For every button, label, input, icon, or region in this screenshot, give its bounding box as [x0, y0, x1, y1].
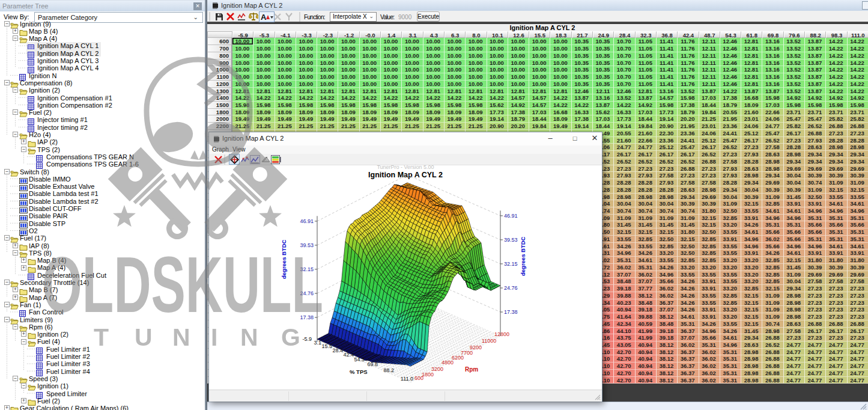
svg-text:15.5: 15.5 [321, 343, 332, 349]
svg-text:12800: 12800 [494, 331, 509, 337]
svg-text:32.15: 32.15 [300, 266, 314, 272]
svg-text:46.91: 46.91 [300, 218, 314, 224]
svg-text:69.8: 69.8 [367, 361, 378, 367]
svg-text:17.38: 17.38 [300, 314, 314, 320]
svg-text:% TPS: % TPS [350, 369, 368, 375]
svg-text:3200: 3200 [431, 366, 443, 372]
svg-text:54.3: 54.3 [354, 356, 365, 363]
svg-text:24.76: 24.76 [300, 290, 314, 296]
svg-text:46.91: 46.91 [504, 213, 518, 219]
svg-text:42.4: 42.4 [343, 352, 354, 358]
svg-text:degrees BTDC: degrees BTDC [520, 236, 526, 276]
svg-text:9200: 9200 [470, 344, 482, 350]
svg-text:1800: 1800 [422, 372, 434, 378]
svg-text:degrees BTDC: degrees BTDC [281, 239, 287, 279]
svg-text:32.15: 32.15 [504, 261, 518, 267]
svg-text:39.53: 39.53 [300, 242, 314, 248]
svg-text:7700: 7700 [461, 350, 473, 356]
svg-text:17.38: 17.38 [504, 309, 518, 315]
svg-text:111.0: 111.0 [401, 376, 413, 382]
svg-text:A: A [261, 13, 267, 22]
svg-text:Rpm: Rpm [465, 366, 478, 373]
svg-text:-5.9: -5.9 [302, 336, 312, 342]
svg-text:3.1: 3.1 [314, 340, 321, 346]
svg-text:11000: 11000 [482, 338, 496, 344]
svg-text:24.76: 24.76 [504, 285, 518, 291]
svg-text:28.4: 28.4 [332, 347, 343, 353]
svg-text:88.2: 88.2 [383, 367, 394, 373]
svg-text:39.53: 39.53 [504, 237, 518, 243]
